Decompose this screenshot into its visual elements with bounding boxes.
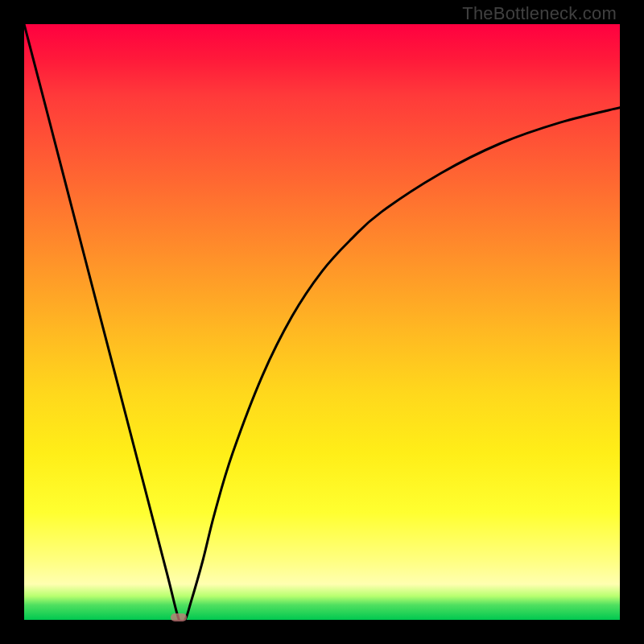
- plot-area: [24, 24, 620, 620]
- minimum-marker: [171, 613, 187, 621]
- watermark-text: TheBottleneck.com: [462, 3, 617, 24]
- chart-frame: TheBottleneck.com: [0, 0, 644, 644]
- curve-svg: [24, 24, 620, 620]
- bottleneck-curve: [24, 24, 620, 620]
